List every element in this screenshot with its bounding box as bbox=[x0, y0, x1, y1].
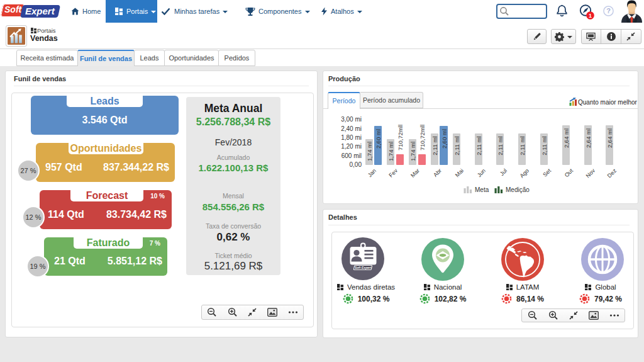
svg-text:Soft Expert: Soft Expert bbox=[355, 266, 372, 269]
svg-text:?: ? bbox=[606, 7, 611, 14]
svg-text:1: 1 bbox=[589, 13, 592, 19]
